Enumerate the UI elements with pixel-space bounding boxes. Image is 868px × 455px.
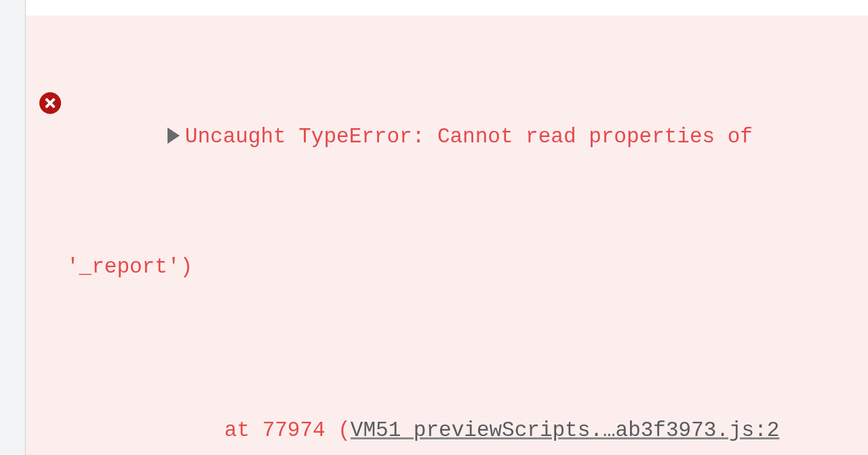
stack-frame: at 77974 (VM51 previewScripts.…ab3f3973.…	[66, 382, 865, 455]
entry-icon-column	[26, 23, 66, 455]
console-error-entry: Uncaught TypeError: Cannot read properti…	[26, 16, 868, 455]
error-icon	[39, 92, 61, 114]
error-message: Uncaught TypeError: Cannot read properti…	[185, 125, 766, 149]
error-header-line: Uncaught TypeError: Cannot read properti…	[66, 88, 865, 186]
expand-triangle-icon[interactable]	[167, 127, 180, 144]
source-link[interactable]: VM51 previewScripts.…ab3f3973.js:2	[351, 418, 780, 442]
gutter-rail	[0, 0, 26, 455]
stack-at: at 77974 (	[224, 418, 351, 442]
console-panel: Uncaught TypeError: Cannot read properti…	[26, 0, 868, 455]
top-spacer	[26, 0, 868, 16]
entry-content: Uncaught TypeError: Cannot read properti…	[66, 23, 868, 455]
error-message-cont: '_report')	[66, 251, 865, 283]
